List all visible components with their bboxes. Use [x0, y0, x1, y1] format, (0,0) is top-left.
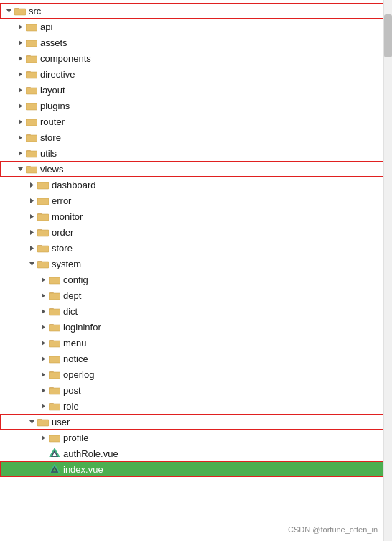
- chevron-icon[interactable]: [26, 211, 37, 222]
- tree-item-notice[interactable]: notice: [0, 351, 383, 366]
- svg-marker-40: [19, 135, 22, 140]
- svg-marker-70: [30, 230, 34, 235]
- tree-item-operlog[interactable]: operlog: [0, 366, 383, 382]
- tree-item-layout[interactable]: layout: [0, 82, 383, 98]
- folder-icon: [49, 291, 60, 300]
- scrollbar[interactable]: [383, 0, 392, 541]
- chevron-icon[interactable]: [37, 369, 49, 380]
- scrollbar-thumb[interactable]: [384, 14, 392, 57]
- folder-icon: [26, 85, 37, 95]
- tree-item-assets[interactable]: assets: [0, 34, 383, 50]
- svg-rect-43: [26, 135, 37, 142]
- tree-item-store2[interactable]: store: [0, 240, 383, 256]
- folder-icon: [49, 402, 60, 411]
- chevron-icon[interactable]: [37, 432, 49, 443]
- tree-item-error[interactable]: error: [0, 193, 383, 208]
- tree-item-utils[interactable]: utils: [0, 145, 383, 161]
- svg-marker-5: [19, 24, 22, 29]
- tree-item-order[interactable]: order: [0, 224, 383, 240]
- tree-item-authRole[interactable]: authRole.vue: [0, 445, 383, 461]
- item-label: config: [63, 274, 88, 285]
- tree-item-user[interactable]: user: [0, 414, 383, 430]
- chevron-icon[interactable]: [14, 52, 26, 64]
- chevron-icon[interactable]: [14, 147, 26, 159]
- file-tree[interactable]: src api assets components directive layo…: [0, 0, 383, 541]
- folder-icon: [49, 386, 60, 395]
- chevron-icon[interactable]: [26, 258, 37, 269]
- tree-item-components[interactable]: components: [0, 50, 383, 66]
- tree-item-logininfor[interactable]: logininfor: [0, 319, 383, 335]
- chevron-icon[interactable]: [37, 337, 49, 348]
- folder-icon: [49, 433, 60, 443]
- svg-rect-113: [49, 356, 60, 363]
- item-label: directive: [40, 69, 75, 80]
- tree-item-monitor[interactable]: monitor: [0, 208, 383, 224]
- tree-item-directive[interactable]: directive: [0, 66, 383, 82]
- svg-marker-110: [42, 356, 45, 361]
- item-label: layout: [40, 85, 65, 96]
- tree-item-views[interactable]: views: [0, 161, 383, 177]
- tree-item-plugins[interactable]: plugins: [0, 98, 383, 114]
- item-label: role: [63, 401, 79, 412]
- folder-icon: [26, 38, 37, 47]
- item-label: system: [52, 259, 81, 269]
- tree-item-dict[interactable]: dict: [0, 303, 383, 319]
- chevron-icon[interactable]: [26, 226, 37, 238]
- tree-item-dept[interactable]: dept: [0, 287, 383, 303]
- chevron-icon[interactable]: [14, 116, 26, 127]
- folder-icon: [49, 338, 60, 348]
- chevron-icon[interactable]: [26, 242, 37, 254]
- folder-icon: [49, 307, 60, 316]
- chevron-icon[interactable]: [26, 179, 37, 190]
- chevron-icon[interactable]: [26, 195, 37, 206]
- svg-marker-115: [42, 372, 45, 377]
- chevron-icon[interactable]: [37, 290, 49, 301]
- chevron-icon[interactable]: [37, 384, 49, 396]
- chevron-icon[interactable]: [14, 84, 26, 96]
- chevron-icon[interactable]: [3, 5, 14, 17]
- folder-icon: [26, 101, 37, 111]
- svg-rect-33: [26, 103, 37, 110]
- folder-icon: [14, 6, 26, 16]
- chevron-icon[interactable]: [14, 37, 26, 48]
- folder-icon: [37, 228, 49, 237]
- item-label: views: [40, 164, 64, 175]
- folder-icon: [26, 165, 37, 174]
- tree-item-src[interactable]: src: [0, 3, 383, 19]
- chevron-icon[interactable]: [37, 274, 49, 285]
- svg-marker-120: [42, 388, 45, 393]
- tree-item-menu[interactable]: menu: [0, 335, 383, 351]
- tree-item-index[interactable]: index.vue: [0, 461, 383, 477]
- chevron-icon[interactable]: [37, 353, 49, 364]
- svg-marker-0: [6, 9, 11, 13]
- chevron-icon[interactable]: [14, 68, 26, 80]
- chevron-icon[interactable]: [14, 21, 26, 32]
- tree-item-api[interactable]: api: [0, 19, 383, 34]
- chevron-icon[interactable]: [14, 131, 26, 143]
- chevron-icon[interactable]: [14, 163, 26, 175]
- svg-rect-73: [37, 230, 49, 236]
- chevron-icon[interactable]: [37, 321, 49, 333]
- tree-item-router[interactable]: router: [0, 114, 383, 129]
- svg-marker-45: [19, 151, 22, 156]
- svg-marker-50: [18, 167, 23, 171]
- tree-item-role[interactable]: role: [0, 398, 383, 414]
- item-label: dict: [63, 306, 78, 317]
- item-label: logininfor: [63, 322, 101, 333]
- chevron-icon[interactable]: [37, 305, 49, 317]
- svg-rect-78: [37, 246, 49, 252]
- tree-item-dashboard[interactable]: dashboard: [0, 177, 383, 193]
- folder-icon: [26, 54, 37, 63]
- svg-marker-80: [29, 262, 34, 266]
- svg-rect-23: [26, 72, 37, 78]
- tree-item-store[interactable]: store: [0, 129, 383, 145]
- tree-item-post[interactable]: post: [0, 382, 383, 398]
- tree-item-config[interactable]: config: [0, 272, 383, 287]
- chevron-icon[interactable]: [14, 100, 26, 111]
- tree-item-system[interactable]: system: [0, 256, 383, 272]
- svg-marker-125: [42, 404, 45, 409]
- tree-item-profile[interactable]: profile: [0, 430, 383, 445]
- chevron-icon[interactable]: [26, 416, 37, 427]
- chevron-icon[interactable]: [37, 400, 49, 412]
- item-label: store: [52, 243, 73, 254]
